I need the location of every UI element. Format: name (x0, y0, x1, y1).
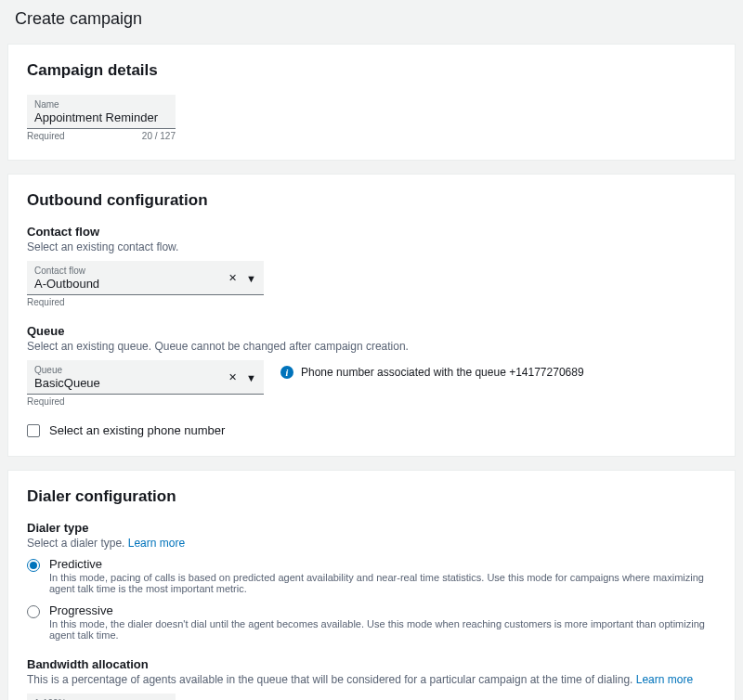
contact-flow-select[interactable]: Contact flow A-Outbound ✕ ▼ (27, 261, 264, 295)
bandwidth-input[interactable]: 1-100% 100 (27, 694, 176, 700)
queue-info-note: i Phone number associated with the queue… (280, 366, 584, 379)
radio-predictive[interactable]: Predictive In this mode, pacing of calls… (27, 557, 716, 594)
radio-icon[interactable] (27, 605, 40, 618)
radio-icon[interactable] (27, 559, 40, 572)
queue-float-label: Queue (34, 365, 256, 375)
queue-required: Required (27, 396, 65, 407)
chevron-down-icon[interactable]: ▼ (246, 272, 256, 283)
queue-info-text: Phone number associated with the queue +… (301, 366, 584, 379)
radio-progressive-title: Progressive (49, 603, 716, 617)
dialer-config-panel: Dialer configuration Dialer type Select … (7, 470, 736, 700)
dialer-type-learn-more[interactable]: Learn more (128, 537, 185, 550)
queue-label: Queue (27, 324, 716, 338)
checkbox-icon[interactable] (27, 424, 40, 437)
dialer-config-title: Dialer configuration (27, 487, 716, 506)
select-existing-phone-row[interactable]: Select an existing phone number (27, 423, 716, 437)
contact-flow-value: A-Outbound (34, 277, 256, 291)
chevron-down-icon[interactable]: ▼ (246, 371, 256, 382)
outbound-config-title: Outbound configuration (27, 191, 716, 210)
radio-predictive-title: Predictive (49, 557, 716, 571)
name-counter: 20 / 127 (142, 131, 176, 141)
campaign-details-title: Campaign details (27, 61, 716, 80)
campaign-name-input[interactable]: Name Appointment Reminder (27, 95, 176, 129)
contact-flow-help: Select an existing contact flow. (27, 240, 716, 253)
queue-value: BasicQueue (34, 376, 256, 390)
contact-flow-float-label: Contact flow (34, 266, 256, 276)
name-label: Name (34, 99, 168, 110)
campaign-details-panel: Campaign details Name Appointment Remind… (7, 44, 736, 161)
dialer-type-label: Dialer type (27, 521, 716, 535)
queue-help: Select an existing queue. Queue cannot b… (27, 340, 716, 353)
bandwidth-help: This is a percentage of agents available… (27, 673, 632, 686)
contact-flow-required: Required (27, 297, 65, 307)
name-value: Appointment Reminder (34, 110, 168, 124)
page-title: Create campaign (0, 0, 743, 34)
dialer-type-help: Select a dialer type. (27, 537, 124, 550)
bandwidth-learn-more[interactable]: Learn more (636, 673, 693, 686)
select-existing-phone-label: Select an existing phone number (49, 423, 225, 437)
name-required: Required (27, 131, 65, 141)
bandwidth-label: Bandwidth allocation (27, 657, 716, 671)
clear-icon[interactable]: ✕ (228, 371, 237, 383)
radio-progressive-desc: In this mode, the dialer doesn't dial un… (49, 618, 716, 641)
info-icon: i (280, 366, 293, 379)
contact-flow-label: Contact flow (27, 225, 716, 239)
radio-predictive-desc: In this mode, pacing of calls is based o… (49, 572, 716, 594)
queue-select[interactable]: Queue BasicQueue ✕ ▼ (27, 360, 264, 395)
outbound-config-panel: Outbound configuration Contact flow Sele… (7, 174, 736, 457)
clear-icon[interactable]: ✕ (228, 272, 237, 284)
radio-progressive[interactable]: Progressive In this mode, the dialer doe… (27, 603, 716, 641)
